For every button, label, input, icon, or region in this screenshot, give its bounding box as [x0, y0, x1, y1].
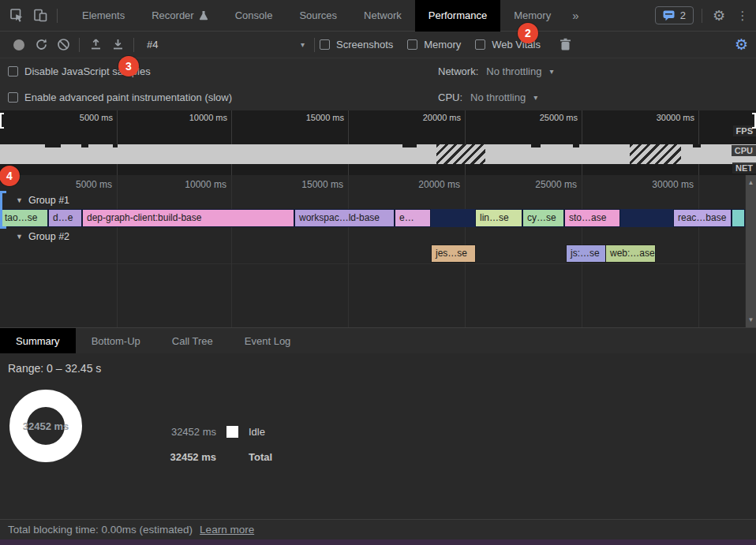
donut-legend: 32452 ms Idle 32452 ms Total — [164, 424, 272, 475]
collapse-triangle-icon[interactable]: ▼ — [16, 233, 23, 241]
garbage-collect-icon[interactable] — [555, 34, 577, 56]
checkbox-screenshots[interactable]: Screenshots — [320, 39, 393, 50]
timeline-bar[interactable]: jes…se — [432, 245, 475, 262]
device-toolbar-icon[interactable] — [28, 4, 52, 28]
group-header-group-2[interactable]: ▼Group #2 — [0, 230, 745, 244]
timeline-bar[interactable]: d…e — [49, 210, 81, 226]
tab-console[interactable]: Console — [222, 0, 286, 32]
checkbox-box[interactable] — [8, 92, 18, 103]
clear-recording-icon[interactable] — [52, 34, 74, 56]
timeline-bar[interactable]: reac…base — [674, 210, 731, 226]
collapse-triangle-icon[interactable]: ▼ — [16, 196, 23, 204]
network-label: Network: — [438, 65, 478, 77]
detail-tab-call-tree[interactable]: Call Tree — [156, 328, 229, 353]
cpu-unattributed-hatch — [630, 144, 681, 164]
record-button[interactable] — [8, 34, 30, 56]
ruler-tick-line — [582, 110, 582, 175]
overview-right-handle[interactable] — [752, 113, 756, 129]
divider — [79, 38, 80, 52]
track-row-group-2[interactable]: jes…sejs:…seweb:…ase — [0, 245, 745, 263]
timeline-overview[interactable]: 5000 ms10000 ms15000 ms20000 ms25000 ms3… — [0, 110, 756, 175]
legend-row-idle: 32452 ms Idle — [164, 424, 272, 439]
recording-history-select[interactable]: #4 ▾ — [142, 35, 309, 54]
load-profile-icon[interactable] — [84, 34, 107, 56]
timeline-bar[interactable]: sto…ase — [565, 210, 619, 226]
flask-icon — [199, 10, 208, 21]
timeline-bar[interactable]: web:…ase — [606, 245, 655, 262]
ruler-tick-label: 20000 ms — [423, 113, 461, 122]
panel-tabs: ElementsRecorderConsoleSourcesNetworkPer… — [69, 0, 564, 32]
capture-settings-gear-icon[interactable]: ⚙ — [735, 37, 748, 52]
lane-label-cpu: CPU — [732, 145, 756, 156]
timeline-bar[interactable]: lin…se — [476, 210, 522, 226]
group-header-group-1[interactable]: ▼Group #1 — [0, 193, 745, 207]
checkbox-box[interactable] — [475, 39, 485, 50]
timeline-bar[interactable]: js:…se — [567, 245, 605, 262]
save-profile-icon[interactable] — [107, 34, 129, 56]
advanced-paint-checkbox[interactable]: Enable advanced paint instrumentation (s… — [8, 91, 232, 103]
inspect-element-icon[interactable] — [5, 4, 28, 28]
detail-tab-summary[interactable]: Summary — [0, 328, 76, 353]
more-tabs-button[interactable]: » — [564, 9, 586, 22]
tab-elements[interactable]: Elements — [69, 0, 138, 32]
ruler-tick-label: 30000 ms — [652, 179, 694, 190]
checkbox-box[interactable] — [320, 39, 330, 50]
cpu-unattributed-hatch — [436, 144, 485, 164]
desktop-strip — [0, 539, 756, 545]
donut-center-value: 32452 ms — [0, 372, 99, 480]
tab-performance[interactable]: Performance — [415, 0, 500, 32]
overview-left-handle[interactable] — [0, 113, 4, 129]
detail-tab-event-log[interactable]: Event Log — [229, 328, 307, 353]
checkbox-label: Enable advanced paint instrumentation (s… — [24, 91, 232, 103]
ruler-tick-line — [465, 110, 466, 175]
timeline-bar[interactable] — [732, 210, 744, 226]
timeline-bar[interactable]: workspac…ld-base — [295, 210, 394, 226]
scroll-up-icon[interactable]: ▲ — [746, 179, 756, 186]
settings-gear-icon[interactable]: ⚙ — [707, 4, 731, 28]
blocking-time-footer: Total blocking time: 0.00ms (estimated) … — [0, 519, 756, 539]
group-selection-bracket — [0, 191, 6, 229]
cpu-throttling-select[interactable]: CPU: No throttling ▾ — [438, 91, 537, 103]
vertical-scrollbar[interactable]: ▲ ▼ — [745, 175, 756, 327]
divider — [133, 38, 134, 52]
tab-sources[interactable]: Sources — [286, 0, 350, 32]
checkbox-memory[interactable]: Memory — [407, 39, 461, 50]
tab-label: Performance — [429, 9, 487, 21]
cpu-idle-notch — [45, 144, 61, 147]
timeline-bar[interactable]: cy…se — [523, 210, 563, 226]
network-throttling-select[interactable]: Network: No throttling ▾ — [438, 65, 553, 77]
issues-button[interactable]: 2 — [655, 6, 694, 24]
ruler-tick-label: 25000 ms — [535, 179, 577, 190]
divider — [314, 38, 315, 52]
track-row-group-1[interactable]: tao…sed…edep-graph-client:build-basework… — [0, 209, 745, 227]
timeline-bar[interactable]: tao…se — [1, 210, 47, 226]
toolbar-checkboxes: ScreenshotsMemoryWeb Vitals — [320, 39, 555, 50]
scroll-down-icon[interactable]: ▼ — [746, 316, 756, 323]
flame-chart[interactable]: ▲ ▼ 5000 ms10000 ms15000 ms20000 ms25000… — [0, 175, 756, 327]
ruler-tick-label: 15000 ms — [301, 179, 343, 190]
lane-label-net: NET — [732, 162, 756, 174]
tab-label: Elements — [82, 9, 125, 21]
tab-network[interactable]: Network — [350, 0, 415, 32]
learn-more-link[interactable]: Learn more — [200, 524, 254, 536]
capture-options-row-2: Enable advanced paint instrumentation (s… — [0, 84, 756, 110]
checkbox-box[interactable] — [8, 66, 18, 77]
reload-and-record-button[interactable] — [30, 34, 52, 56]
checkbox-box[interactable] — [407, 39, 417, 50]
ruler-tick-label: 5000 ms — [76, 179, 112, 190]
kebab-menu-icon[interactable]: ⋮ — [731, 4, 754, 28]
cpu-idle-notch — [81, 144, 88, 147]
timeline-bar[interactable]: e… — [395, 210, 430, 226]
tab-recorder[interactable]: Recorder — [138, 0, 221, 32]
ruler-tick-label: 30000 ms — [657, 113, 694, 122]
recording-history-value: #4 — [147, 39, 158, 50]
chevron-down-icon: ▾ — [549, 67, 553, 76]
idle-swatch — [226, 426, 238, 438]
detail-tab-bottom-up[interactable]: Bottom-Up — [76, 328, 156, 353]
ruler-tick-label: 10000 ms — [189, 113, 227, 122]
notification-badge: 2 — [518, 23, 538, 43]
timeline-bar[interactable]: dep-graph-client:build-base — [83, 210, 294, 226]
overview-cpu-band — [0, 144, 756, 164]
devtools-tab-bar: ElementsRecorderConsoleSourcesNetworkPer… — [0, 0, 756, 32]
ruler-tick-line — [231, 110, 232, 175]
